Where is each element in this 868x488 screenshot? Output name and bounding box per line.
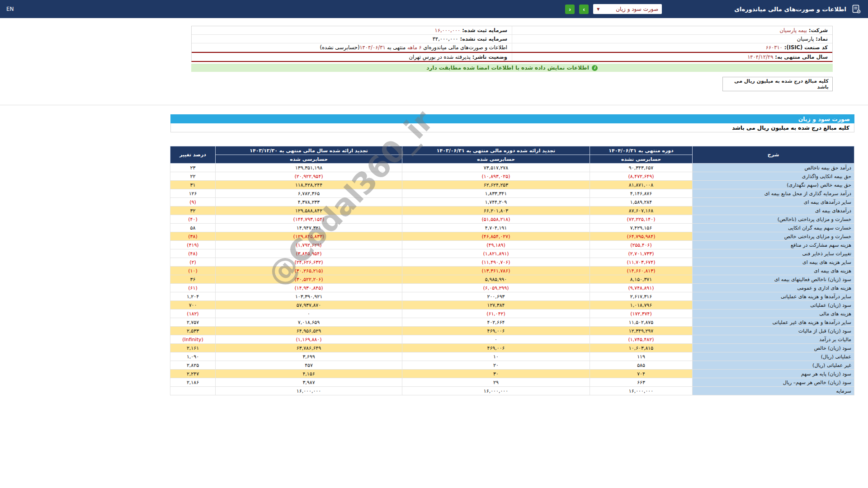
row-value-c3: ۱۳۹,۳۵۱,۱۹۸ (216, 164, 402, 172)
row-value-pct: (Infinity) (170, 335, 216, 344)
row-value-c2: (۶۱,۰۴۲) (402, 310, 590, 318)
statement-row: سود (زیان) خالص۱۰,۶۰۳,۸۱۵۴۶۹,۰۰۶۶۳,۷۸۶,۶… (170, 344, 854, 352)
row-value-c2: ۲۰۰,۶۹۳ (402, 292, 590, 301)
row-value-c2: ۱,۷۴۴,۲۰۹ (402, 198, 590, 206)
statement-row: سود (زیان) عملیاتی۱,۰۱۸,۷۹۶۱۲۷,۳۸۴۵۷,۹۳۷… (170, 301, 854, 310)
row-value-c2: (۱۰,۸۹۳,۰۲۵) (402, 172, 590, 181)
company-info-cell: سال مالی منتهی به: ۱۴۰۴/۱۲/۲۹ (512, 53, 832, 61)
row-value-c2: ۲۹ (402, 378, 590, 387)
row-value-c2: ۱۶,۰۰۰,۰۰۰ (402, 387, 590, 395)
row-value-c3: ۵۷,۹۳۷,۸۷۰ (216, 301, 402, 310)
report-type-dropdown-value: صورت سود و زیان (616, 6, 658, 12)
row-value-pct: ۳۱ (170, 181, 216, 189)
row-label: حق بیمه اتکایی واگذاری (693, 172, 854, 181)
row-value-c3: (۳,۸۴۵,۹۵۴) (216, 249, 402, 258)
row-label: عملیاتی (ریال) (693, 352, 854, 361)
report-type-dropdown[interactable]: صورت سود و زیان ▼ (593, 4, 662, 14)
statement-units-note: کلیه مبالغ درج شده به میلیون ریال می باش… (170, 123, 854, 132)
row-value-pct: (۱۰) (170, 267, 216, 275)
row-label: سایر درآمدهای بیمه ای (693, 198, 854, 206)
row-value-c1: ۸۷,۶۰۷,۱۶۸ (590, 206, 693, 215)
signed-info-bar: i اطلاعات نمایش داده شده با اطلاعات امضا… (191, 64, 833, 72)
company-info-row: شرکت: بیمه پارسیانسرمایه ثبت شده: ۱۶,۰۰۰… (192, 26, 832, 35)
audit-status-audited-1: حسابرسی شده (402, 155, 590, 164)
row-value-pct: ۲,۲۴۷ (170, 370, 216, 378)
row-value-c3: ۱۶,۰۰۰,۰۰۰ (216, 387, 402, 395)
row-value-pct (170, 387, 216, 395)
row-value-pct: ۳۲ (170, 206, 216, 215)
row-value-c1: ۴,۱۴۶,۸۷۶ (590, 189, 693, 198)
row-value-c3: (۱۴,۹۳۰,۸۴۵) (216, 284, 402, 292)
nav-forward-button[interactable]: › (579, 5, 589, 14)
language-toggle-en[interactable]: EN (6, 6, 14, 12)
row-value-c1: ۱۱,۵۰۲,۸۷۵ (590, 318, 693, 327)
row-value-pct: ۳۶ (170, 275, 216, 284)
income-statement-section: صورت سود و زیان کلیه مبالغ درج شده به می… (170, 114, 854, 395)
statement-row: غیر عملیاتی (ریال)۵۸۵۲۰۴۵۷۲,۸۲۵ (170, 361, 854, 370)
row-value-c1: ۵۸۵ (590, 361, 693, 370)
row-label: هزینه های مالی (693, 310, 854, 318)
statement-row: هزینه های اداری و عمومی(۹,۷۴۸,۸۹۱)(۶,۰۵۹… (170, 284, 854, 292)
statement-row: هزینه سهم مشارکت در منافع(۲۵۵,۴۰۶)(۴۹,۱۸… (170, 241, 854, 249)
row-value-pct: ۲۳ (170, 164, 216, 172)
row-value-c3: ۶,۷۸۲,۳۶۵ (216, 189, 402, 198)
row-label: درآمد سرمایه گذاری از محل منابع بیمه ای (693, 189, 854, 198)
row-value-c2: ۱۲۷,۳۸۴ (402, 301, 590, 310)
column-header-current-period: دوره منتهی به ۱۴۰۴/۰۶/۳۱ (590, 146, 693, 155)
row-value-pct: ۲,۵۳۳ (170, 327, 216, 335)
row-value-pct: ۲,۱۶۱ (170, 344, 216, 352)
row-label: غیر عملیاتی (ریال) (693, 361, 854, 370)
row-value-c2: (۵۱,۵۵۸,۲۱۸) (402, 215, 590, 224)
codal-logo-icon (851, 4, 862, 14)
row-value-c1: ۸,۱۵۰,۳۷۱ (590, 275, 693, 284)
row-label: هزینه سهم مشارکت در منافع (693, 241, 854, 249)
info-icon: i (592, 65, 598, 71)
row-value-c1: ۱,۵۸۹,۲۸۴ (590, 198, 693, 206)
row-value-c1: (۱,۷۴۵,۴۸۲) (590, 335, 693, 344)
column-header-description: شرح (693, 146, 854, 164)
row-value-c3: ۴,۳۷۸,۲۳۳ (216, 198, 402, 206)
row-value-pct: (۴۱۹) (170, 241, 216, 249)
row-value-pct: (۳۸) (170, 232, 216, 241)
audit-status-audited-2: حسابرسی شده (216, 155, 402, 164)
row-value-c1: ۱۲,۳۴۹,۲۹۷ (590, 327, 693, 335)
row-value-c2: ۳۰ (402, 370, 590, 378)
company-info-cell: اطلاعات و صورت‌های مالی میاندوره‌ای ۶ ما… (192, 43, 512, 52)
row-value-c2: (۴۹,۱۸۹) (402, 241, 590, 249)
statement-row: درآمد سرمایه گذاری از محل منابع بیمه ای۴… (170, 189, 854, 198)
row-label: سود (زیان) ناخالص فعالیتهای بیمه ای (693, 275, 854, 284)
row-label: سرمایه (693, 387, 854, 395)
statement-title-bar: صورت سود و زیان (170, 114, 854, 123)
row-value-c3: ۶۳,۷۸۶,۶۴۹ (216, 344, 402, 352)
row-value-c3: (۱,۱۶۹,۸۸۰) (216, 335, 402, 344)
row-value-c1: ۷,۴۲۹,۱۵۶ (590, 224, 693, 232)
row-value-c1: ۶۶۳ (590, 378, 693, 387)
row-value-c1: (۲۵۵,۴۰۶) (590, 241, 693, 249)
nav-back-button[interactable]: ‹ (565, 5, 575, 14)
row-value-pct: (۲) (170, 258, 216, 267)
row-value-c3: (۱۲۹,۸۴۵,۸۳۳) (216, 232, 402, 241)
company-info-row: نماد: پارسیانسرمایه ثبت نشده: ۳۴,۰۰۰,۰۰۰ (192, 35, 832, 43)
row-value-c3: (۱,۷۹۲,۶۲۹) (216, 241, 402, 249)
chevron-left-icon: ‹ (569, 6, 571, 12)
row-value-c3: ۷,۰۱۸,۶۵۹ (216, 318, 402, 327)
statement-row: درآمد حق بیمه ناخالص۹۰,۳۴۳,۶۵۷۷۳,۵۱۷,۲۷۸… (170, 164, 854, 172)
row-label: هزینه های اداری و عمومی (693, 284, 854, 292)
row-value-c2: ۴۶۹,۰۰۶ (402, 344, 590, 352)
row-value-c2: ۱,۸۳۳,۳۴۱ (402, 189, 590, 198)
chevron-down-icon: ▼ (597, 7, 599, 11)
row-value-c3: (۳۰,۵۲۲,۲۰۶) (216, 275, 402, 284)
statement-row: سایر درآمدها و هزینه های عملیاتی۲,۶۱۷,۳۱… (170, 292, 854, 301)
row-value-c3: ۴۵۷ (216, 361, 402, 370)
row-value-c1: (۸,۴۷۲,۶۴۹) (590, 172, 693, 181)
row-value-pct: ۱,۰۹۰ (170, 352, 216, 361)
statement-row: هزینه های بیمه ای(۱۴,۶۶۰,۸۱۳)(۱۳,۳۶۱,۷۸۶… (170, 267, 854, 275)
statement-row: سایر درآمدها و هزینه های غیر عملیاتی۱۱,۵… (170, 318, 854, 327)
row-value-c1: (۷۲,۲۲۵,۱۴۰) (590, 215, 693, 224)
row-value-c3: ۶۴,۹۵۶,۵۲۹ (216, 327, 402, 335)
row-value-pct: ۵۸ (170, 224, 216, 232)
row-value-pct: (۴۸) (170, 249, 216, 258)
statement-row: سود (زیان) ناخالص فعالیتهای بیمه ای۸,۱۵۰… (170, 275, 854, 284)
row-value-c1: (۶۴,۷۹۵,۹۸۴) (590, 232, 693, 241)
row-value-pct: (۱۸۲) (170, 310, 216, 318)
